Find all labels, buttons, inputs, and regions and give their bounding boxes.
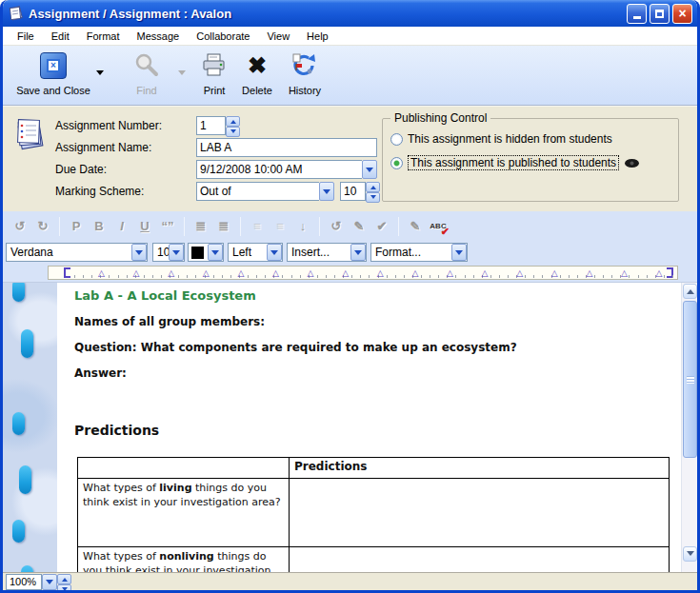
table-answer-cell[interactable] — [290, 547, 670, 573]
menu-format[interactable]: Format — [78, 29, 129, 44]
alignment-select[interactable]: Left — [228, 243, 283, 262]
menubar: File Edit Format Message Collaborate Vie… — [3, 27, 697, 46]
find-dropdown-arrow-icon[interactable] — [178, 70, 186, 79]
paragraph-icon[interactable]: P — [65, 216, 88, 237]
zoom-control[interactable]: 100% — [6, 574, 71, 590]
delete-button[interactable]: ✖ Delete — [236, 49, 278, 96]
italic-icon[interactable]: I — [110, 216, 133, 237]
due-date-value[interactable]: 9/12/2008 10:00 AM — [196, 160, 362, 179]
spellcheck-icon[interactable]: ABC✔ — [427, 216, 450, 237]
document-content[interactable]: Lab A - A Local Ecosystem Names of all g… — [57, 283, 678, 572]
marking-scheme-label: Marking Scheme: — [55, 185, 198, 198]
redo-icon[interactable]: ↻ — [31, 216, 54, 237]
table-question-cell: What types of nonliving things do you th… — [78, 547, 290, 573]
font-size-dropdown-icon[interactable] — [169, 244, 184, 261]
zoom-spinner[interactable] — [57, 574, 71, 590]
radio-unselected-icon[interactable] — [390, 133, 403, 146]
save-and-close-button[interactable]: × Save and Close — [12, 49, 94, 96]
check-icon[interactable]: ✔ — [370, 216, 393, 237]
print-icon — [201, 52, 228, 79]
print-button[interactable]: Print — [195, 49, 233, 96]
rotate-icon[interactable]: ↺ — [325, 216, 348, 237]
notebook-binding-decoration — [3, 283, 57, 572]
indent-icon[interactable]: ≡ — [269, 216, 291, 237]
menu-file[interactable]: File — [9, 29, 43, 44]
insert-dropdown-icon[interactable] — [350, 244, 366, 261]
undo-icon[interactable]: ↺ — [9, 216, 31, 237]
scrollbar-grip-icon — [687, 376, 694, 384]
assignment-name-field[interactable]: LAB A — [196, 138, 377, 157]
menu-edit[interactable]: Edit — [43, 29, 78, 44]
names-line: Names of all group members: — [74, 315, 265, 328]
zoom-value[interactable]: 100% — [6, 574, 42, 590]
highlighter-icon[interactable]: ✎ — [404, 216, 427, 237]
table-row: What types of nonliving things do you th… — [78, 547, 670, 573]
assignment-form: Assignment Number: 1 Assignment Name: LA… — [3, 106, 697, 211]
zoom-dropdown-icon[interactable] — [42, 574, 57, 590]
menu-message[interactable]: Message — [129, 29, 189, 44]
marking-scheme-value[interactable]: Out of — [196, 182, 319, 201]
vertical-scrollbar[interactable] — [681, 283, 697, 572]
history-button[interactable]: History — [281, 49, 329, 96]
move-down-icon[interactable]: ↓ — [291, 216, 314, 237]
font-size-select[interactable]: 10 — [152, 243, 185, 262]
find-button[interactable]: Find — [117, 49, 176, 96]
quote-icon[interactable]: “” — [156, 216, 179, 237]
close-icon: × — [678, 7, 686, 20]
assignment-number-spinner[interactable] — [226, 116, 240, 133]
assignment-name-input[interactable]: LAB A — [196, 138, 377, 157]
numbered-list-icon[interactable]: ≣ — [212, 216, 235, 237]
eye-icon — [624, 158, 640, 168]
menu-view[interactable]: View — [258, 29, 298, 44]
format-select[interactable]: Format... — [370, 243, 468, 262]
close-button[interactable]: × — [672, 4, 692, 24]
table-question-cell: What types of living things do you think… — [78, 479, 290, 547]
assignment-number-value[interactable]: 1 — [196, 116, 226, 135]
history-icon — [290, 51, 319, 80]
radio-selected-icon[interactable] — [390, 157, 403, 169]
scrollbar-thumb[interactable] — [683, 301, 697, 458]
pencil-icon[interactable]: ✎ — [348, 216, 370, 237]
titlebar: Assignment / Assignment : Avalon × — [3, 0, 697, 27]
alignment-dropdown-icon[interactable] — [267, 244, 282, 261]
marking-points-value[interactable]: 10 — [340, 182, 366, 201]
format-dropdown-icon[interactable] — [451, 244, 467, 261]
marking-points-spinner[interactable] — [366, 182, 380, 201]
due-date-field[interactable]: 9/12/2008 10:00 AM — [196, 160, 377, 179]
scroll-up-button[interactable] — [683, 284, 697, 299]
marking-scheme-dropdown-icon[interactable] — [319, 182, 334, 201]
insert-select[interactable]: Insert... — [287, 243, 367, 262]
bold-icon[interactable]: B — [88, 216, 110, 237]
underline-icon[interactable]: U — [133, 216, 156, 237]
font-color-dropdown-icon[interactable] — [208, 244, 223, 261]
bullet-list-icon[interactable]: ≣ — [190, 216, 212, 237]
marking-scheme-field[interactable]: Out of 10 — [196, 182, 380, 201]
main-toolbar: × Save and Close Find — [3, 46, 697, 106]
left-margin-marker-icon[interactable] — [64, 267, 70, 278]
scroll-down-button[interactable] — [683, 546, 697, 562]
menu-collaborate[interactable]: Collaborate — [188, 29, 258, 44]
due-date-dropdown-icon[interactable] — [362, 160, 377, 179]
table-answer-cell[interactable] — [290, 479, 670, 547]
table-row: What types of living things do you think… — [78, 479, 670, 547]
font-color-select[interactable] — [188, 243, 224, 262]
document-editor[interactable]: Lab A - A Local Ecosystem Names of all g… — [3, 282, 697, 572]
radio-hidden-from-students[interactable]: This assignment is hidden from students — [390, 132, 612, 146]
font-family-select[interactable]: Verdana — [6, 243, 148, 262]
ruler[interactable]: △△△△△△△△△△△△△△△△△ — [48, 266, 678, 280]
minimize-button[interactable] — [627, 4, 647, 24]
ruler-row: △△△△△△△△△△△△△△△△△ — [3, 265, 697, 282]
delete-icon: ✖ — [248, 53, 267, 78]
assignment-number-label: Assignment Number: — [55, 119, 198, 132]
assignment-number-field[interactable]: 1 — [196, 116, 240, 135]
answer-line: Answer: — [74, 366, 127, 380]
menu-help[interactable]: Help — [298, 29, 337, 44]
radio-published-to-students[interactable]: This assignment is published to students — [390, 155, 640, 170]
radio-published-label: This assignment is published to students — [408, 155, 619, 170]
maximize-button[interactable] — [650, 4, 670, 24]
font-family-dropdown-icon[interactable] — [131, 244, 147, 261]
save-dropdown-arrow-icon[interactable] — [96, 70, 104, 79]
table-header-predictions: Predictions — [290, 458, 670, 479]
outdent-icon[interactable]: ≡ — [246, 216, 269, 237]
scroll-up-icon — [687, 286, 694, 294]
